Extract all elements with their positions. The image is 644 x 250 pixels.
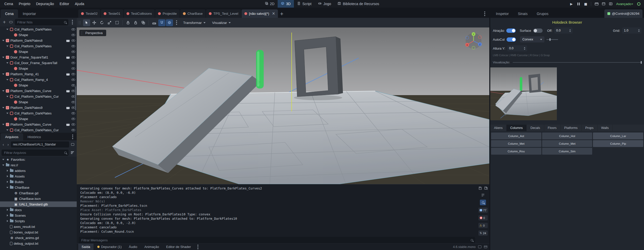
message-filter-input[interactable] bbox=[81, 238, 469, 242]
expand-icon[interactable] bbox=[6, 169, 9, 172]
grid-spinbox[interactable]: 1.0 bbox=[622, 27, 641, 34]
switch-jogo[interactable]: Jogo bbox=[315, 0, 334, 8]
editor-layout-icon[interactable] bbox=[608, 1, 614, 7]
collapse-icon[interactable] bbox=[2, 106, 5, 109]
visibility-eye-icon[interactable] bbox=[71, 95, 75, 98]
convex-dropdown[interactable]: Convex bbox=[520, 36, 544, 42]
edited-object-tab[interactable]: @Control@28294 bbox=[604, 9, 642, 18]
autocol-toggle[interactable] bbox=[507, 37, 516, 42]
fs-item[interactable]: axes_result.txt bbox=[0, 224, 77, 229]
scene-tabs-menu-icon[interactable] bbox=[482, 9, 488, 18]
open-instanced-scene-icon[interactable] bbox=[66, 73, 70, 76]
current-path[interactable]: res://CharBase/UAL1_Standar bbox=[11, 141, 69, 148]
filesystem-menu-icon[interactable] bbox=[70, 133, 76, 140]
fs-item[interactable]: Assets bbox=[0, 173, 77, 179]
instance-scene-icon[interactable] bbox=[8, 19, 14, 25]
fs-item[interactable]: res:// bbox=[0, 162, 77, 168]
tree-item[interactable]: Col_Door_Frame_SquareTall bbox=[0, 60, 77, 66]
scene-tab[interactable]: Projectile bbox=[155, 9, 180, 18]
scene-dock-menu-icon[interactable] bbox=[69, 19, 75, 25]
tree-item[interactable]: Col_Platform_DarkPlates bbox=[0, 43, 77, 49]
search-log-icon[interactable] bbox=[480, 200, 486, 205]
switch-script[interactable]: Script bbox=[294, 0, 315, 8]
close-tab-icon[interactable]: × bbox=[272, 12, 275, 16]
category-decals[interactable]: Decals bbox=[527, 125, 544, 131]
expand-icon[interactable] bbox=[6, 180, 9, 184]
play-button[interactable]: ▶ bbox=[569, 1, 574, 7]
tab-animacao[interactable]: Animação bbox=[141, 244, 162, 250]
collapse-icon[interactable] bbox=[6, 128, 9, 132]
fs-item[interactable]: ⚙CharBase.gd bbox=[0, 190, 77, 196]
category-walls[interactable]: Walls bbox=[598, 125, 613, 131]
category-platforms[interactable]: Platforms bbox=[560, 125, 582, 131]
advanced-toggle[interactable]: Avançado+ bbox=[615, 2, 634, 6]
pause-button[interactable] bbox=[576, 1, 581, 7]
perspective-menu[interactable]: Perspectiva bbox=[79, 30, 106, 36]
fs-item[interactable]: docs bbox=[0, 207, 77, 213]
spin-arrows-icon[interactable] bbox=[524, 47, 525, 50]
message-count-badge[interactable]: 77 bbox=[478, 208, 488, 213]
visibility-eye-icon[interactable] bbox=[71, 101, 75, 103]
3d-viewport[interactable]: Y X Z Perspectiva bbox=[77, 27, 489, 184]
tab-depurador[interactable]: Depurador (1) bbox=[94, 244, 125, 250]
menu-cena[interactable]: Cena bbox=[2, 0, 16, 8]
tab-audio[interactable]: Áudio bbox=[125, 244, 140, 250]
asset-button[interactable]: Column_Ast bbox=[491, 133, 541, 139]
snap-toggle-icon[interactable] bbox=[158, 19, 165, 26]
tab-inspetor[interactable]: Inspetor bbox=[491, 9, 513, 18]
toolbar-overflow-icon[interactable] bbox=[174, 19, 180, 27]
transform-menu[interactable]: Transformar bbox=[180, 19, 209, 26]
collapse-icon[interactable] bbox=[6, 61, 9, 65]
collapse-icon[interactable] bbox=[2, 55, 5, 59]
visibility-eye-icon[interactable] bbox=[71, 73, 75, 75]
fs-item[interactable]: ⚙check_anims.gd bbox=[0, 235, 77, 241]
collapse-duplicates-icon[interactable] bbox=[481, 193, 485, 197]
tree-item[interactable]: Platform_DarkPlates9 bbox=[0, 105, 77, 110]
scene-tab[interactable]: Teste01 bbox=[101, 9, 123, 18]
tree-item[interactable]: Shape bbox=[0, 116, 77, 122]
scene-tab[interactable]: Teste02 bbox=[78, 9, 100, 18]
visibility-eye-icon[interactable] bbox=[71, 79, 75, 81]
fs-item[interactable]: CharBase bbox=[0, 185, 77, 190]
open-instanced-scene-icon[interactable] bbox=[66, 90, 70, 92]
visibility-eye-icon[interactable] bbox=[71, 129, 75, 131]
fs-item-selected[interactable]: ▣UAL1_Standard.glb bbox=[0, 201, 77, 207]
panel-layout-icon[interactable] bbox=[484, 245, 487, 248]
fs-item[interactable]: Builds bbox=[0, 179, 77, 185]
visibility-eye-icon[interactable] bbox=[71, 107, 75, 109]
collapse-icon[interactable] bbox=[6, 111, 9, 115]
collapse-icon[interactable] bbox=[6, 95, 9, 98]
menu-depuracao[interactable]: Depuração bbox=[33, 0, 57, 8]
visibility-eye-icon[interactable] bbox=[71, 123, 75, 126]
atracao-toggle[interactable] bbox=[506, 28, 516, 33]
visibility-eye-icon[interactable] bbox=[71, 62, 75, 64]
line-count-badge[interactable]: ⇅24 bbox=[478, 230, 488, 236]
tree-item[interactable]: Shape bbox=[0, 99, 77, 105]
tab-historico[interactable]: Histórico bbox=[23, 133, 46, 140]
visibility-eye-icon[interactable] bbox=[71, 28, 75, 31]
asset-button[interactable]: Column_Met bbox=[542, 140, 592, 147]
collapse-icon[interactable] bbox=[6, 186, 9, 189]
switch-3d[interactable]: 3D bbox=[278, 0, 294, 8]
tree-item[interactable]: Platform_DarkPlates_Curve bbox=[0, 122, 77, 127]
open-instanced-scene-icon[interactable] bbox=[66, 56, 70, 59]
movie-mode-icon[interactable] bbox=[594, 1, 599, 7]
visibility-eye-icon[interactable] bbox=[71, 39, 75, 42]
menu-editor[interactable]: Editor bbox=[57, 0, 72, 8]
fs-item[interactable]: ▦CharBase.tscn bbox=[0, 196, 77, 201]
off-spinbox[interactable]: 0.0 bbox=[554, 27, 573, 34]
group-icon[interactable] bbox=[140, 19, 147, 26]
tree-item[interactable]: Shape bbox=[0, 32, 77, 38]
message-filter-field[interactable] bbox=[79, 237, 475, 243]
visibility-eye-icon[interactable] bbox=[71, 112, 75, 114]
tree-item[interactable]: Platform_DarkPlates_Curve bbox=[0, 88, 77, 94]
menu-projeto[interactable]: Projeto bbox=[16, 0, 33, 8]
mini-slider[interactable] bbox=[546, 39, 558, 40]
version-label[interactable]: 4.6.stable.mono bbox=[453, 245, 476, 249]
category-floors[interactable]: Floors bbox=[544, 125, 561, 131]
tab-importar[interactable]: Importar bbox=[18, 9, 40, 18]
expand-panel-icon[interactable] bbox=[478, 245, 481, 248]
asset-button[interactable]: Column_Pip bbox=[593, 140, 643, 147]
open-instanced-scene-icon[interactable] bbox=[66, 123, 70, 126]
select-tool-icon[interactable] bbox=[83, 19, 90, 26]
